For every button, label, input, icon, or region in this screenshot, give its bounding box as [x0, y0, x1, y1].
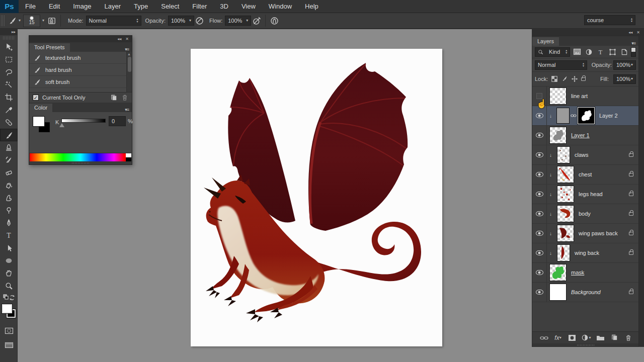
menu-file[interactable]: File: [19, 0, 42, 13]
menu-window[interactable]: Window: [262, 0, 298, 13]
blend-mode-dropdown[interactable]: Normal ▴▾: [86, 16, 141, 26]
path-selection-tool[interactable]: [0, 242, 18, 254]
toolbar-grip[interactable]: [3, 36, 14, 40]
menu-view[interactable]: View: [235, 0, 262, 13]
layer-thumbnail[interactable]: [556, 108, 570, 124]
preset-hard-brush[interactable]: hard brush: [29, 64, 132, 76]
foreground-color-swatch[interactable]: [33, 116, 45, 127]
lock-transparency-icon[interactable]: [551, 75, 558, 82]
layer-name[interactable]: Layer 2: [599, 113, 618, 119]
panel-resize-grip[interactable]: [29, 161, 132, 164]
clone-stamp-tool[interactable]: [0, 141, 18, 154]
caret-down-icon[interactable]: ▾: [42, 19, 44, 23]
flow-dropdown[interactable]: 100% ▾: [225, 16, 251, 26]
layer-name[interactable]: line art: [571, 93, 588, 99]
pen-tool[interactable]: [0, 217, 18, 229]
new-layer-button[interactable]: [609, 333, 620, 343]
options-bar-grip[interactable]: [1, 15, 6, 26]
paint-bucket-tool[interactable]: [0, 179, 18, 192]
menu-select[interactable]: Select: [154, 0, 186, 13]
layer-thumbnail[interactable]: [557, 225, 574, 242]
menu-image[interactable]: Image: [66, 0, 98, 13]
layer-row-layer-1[interactable]: Layer 1: [532, 126, 638, 145]
document-canvas[interactable]: [191, 49, 442, 346]
toolbar-collapse-icon[interactable]: ▸▸: [0, 29, 17, 35]
menu-filter[interactable]: Filter: [186, 0, 213, 13]
layer-style-button[interactable]: fx▾: [552, 333, 564, 343]
scroll-up-icon[interactable]: ▲: [127, 52, 131, 56]
menu-layer[interactable]: Layer: [98, 0, 128, 13]
preset-soft-brush[interactable]: soft brush: [29, 76, 132, 88]
add-layer-mask-button[interactable]: [567, 333, 578, 343]
workspace-dropdown[interactable]: course ▴▾: [584, 15, 635, 25]
scrollbar[interactable]: ▲: [126, 52, 132, 92]
layer-name[interactable]: chest: [579, 171, 592, 177]
fill-dropdown[interactable]: 100% ▾: [613, 74, 636, 84]
lock-pixels-icon[interactable]: [561, 75, 568, 82]
spectrum-black-swatch[interactable]: [126, 157, 131, 161]
menu-help[interactable]: Help: [298, 0, 325, 13]
collapse-panels-icon[interactable]: ◂◂: [628, 30, 632, 35]
close-panel-icon[interactable]: ✕: [125, 37, 129, 41]
current-tool-only-checkbox[interactable]: ✓: [33, 95, 39, 101]
layer-thumbnail[interactable]: [557, 244, 570, 261]
layer-thumbnail[interactable]: [549, 87, 567, 105]
eraser-tool[interactable]: [0, 166, 18, 179]
new-preset-icon[interactable]: [110, 94, 118, 102]
layer-name[interactable]: Layer 1: [571, 132, 590, 138]
layer-row-wing-back[interactable]: ↓ wing back: [532, 243, 638, 263]
collapse-panels-icon[interactable]: ◂◂: [117, 37, 121, 41]
layer-opacity-dropdown[interactable]: 100% ▾: [613, 60, 636, 70]
layer-row-line-art[interactable]: line art: [532, 86, 638, 106]
lasso-tool[interactable]: [0, 66, 18, 78]
menu-type[interactable]: Type: [127, 0, 154, 13]
type-tool[interactable]: T: [0, 229, 18, 242]
marquee-tool[interactable]: [0, 53, 18, 66]
layer-name[interactable]: wing back: [575, 250, 599, 256]
zoom-tool[interactable]: [0, 280, 18, 292]
move-tool[interactable]: [0, 41, 18, 53]
eyedropper-tool[interactable]: [0, 104, 18, 116]
history-brush-tool[interactable]: [0, 154, 18, 166]
layer-name[interactable]: claws: [575, 152, 589, 158]
layer-name[interactable]: legs head: [579, 191, 603, 197]
panel-menu-icon[interactable]: ▾≡: [628, 41, 638, 46]
visibility-toggle[interactable]: [532, 283, 547, 302]
filter-shape-layers-icon[interactable]: [607, 47, 617, 57]
airbrush-toggle-icon[interactable]: [251, 15, 262, 26]
layer-row-wing-paws-back[interactable]: ↓ wing paws back: [532, 224, 638, 243]
link-layers-button[interactable]: [538, 333, 549, 343]
pressure-size-icon[interactable]: [269, 15, 280, 26]
tab-color[interactable]: Color: [29, 104, 52, 112]
menu-3d[interactable]: 3D: [213, 0, 235, 13]
panel-menu-icon[interactable]: ▾≡: [122, 107, 132, 112]
tab-layers[interactable]: Layers: [532, 37, 559, 46]
visibility-toggle[interactable]: [532, 263, 547, 282]
dodge-tool[interactable]: [0, 204, 18, 217]
brush-size-picker[interactable]: 15: [23, 15, 40, 27]
close-panel-icon[interactable]: ✕: [636, 30, 640, 35]
layer-row-background[interactable]: Background: [532, 283, 638, 302]
filter-smart-objects-icon[interactable]: [619, 47, 629, 57]
quick-mask-button[interactable]: [0, 325, 18, 336]
visibility-toggle[interactable]: [532, 185, 547, 204]
tool-preset-picker[interactable]: ▾: [6, 15, 23, 27]
shape-tool[interactable]: [0, 254, 18, 267]
layer-thumbnail[interactable]: [549, 264, 567, 281]
layer-row-chest[interactable]: ↓ chest: [532, 165, 638, 185]
toggle-brush-panel-button[interactable]: [46, 15, 57, 26]
visibility-toggle[interactable]: [532, 204, 547, 223]
layer-row-legs-head[interactable]: ↓ legs head: [532, 185, 638, 204]
layer-row-layer-2[interactable]: ↓ Layer 2: [532, 106, 638, 126]
layer-row-claws[interactable]: ↓ claws: [532, 145, 638, 165]
delete-preset-icon[interactable]: [121, 94, 128, 101]
visibility-toggle[interactable]: [532, 243, 547, 262]
layer-thumbnail[interactable]: [549, 284, 567, 301]
layer-name[interactable]: Background: [571, 289, 601, 295]
smudge-tool[interactable]: [0, 192, 18, 204]
healing-brush-tool[interactable]: [0, 116, 18, 129]
new-group-button[interactable]: [595, 333, 606, 343]
mask-link-icon[interactable]: [571, 113, 577, 118]
foreground-color-swatch[interactable]: [2, 304, 12, 313]
pressure-opacity-icon[interactable]: [194, 15, 205, 26]
